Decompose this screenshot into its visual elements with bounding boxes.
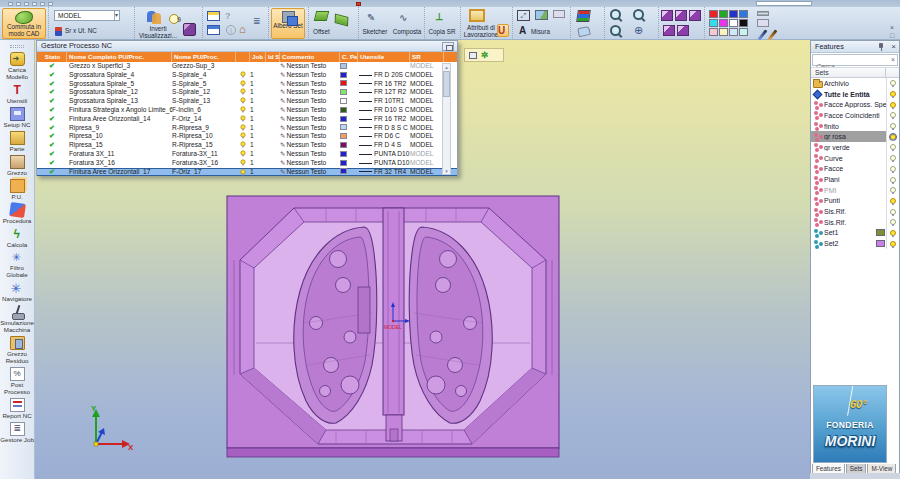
- features-item[interactable]: Archivio: [811, 78, 899, 89]
- pen-color-swatch[interactable]: [340, 124, 347, 130]
- visibility-bulb-icon[interactable]: [240, 142, 245, 147]
- comment-cell[interactable]: ✎Nessun Testo: [280, 159, 340, 168]
- scroll-down-icon[interactable]: ▾: [443, 168, 450, 174]
- process-row[interactable]: ✔ Finitura Strategia x Angolo Limite_6 F…: [37, 106, 457, 115]
- pen-color-swatch[interactable]: [340, 89, 347, 95]
- scrollbar-thumb[interactable]: [443, 71, 450, 97]
- pen-color-swatch[interactable]: [340, 98, 347, 104]
- features-item[interactable]: Sis.Rif.: [811, 206, 899, 217]
- clear-search-icon[interactable]: ×: [891, 56, 895, 63]
- color-swatch[interactable]: [719, 28, 728, 36]
- offset-icon[interactable]: [314, 11, 329, 21]
- image-icon[interactable]: [535, 10, 548, 20]
- sketcher-label[interactable]: Sketcher: [359, 29, 391, 36]
- visibility-bulb-icon[interactable]: [240, 133, 245, 138]
- visibility-bulb-icon[interactable]: [240, 150, 245, 155]
- visibility-bulb-icon[interactable]: [890, 241, 896, 247]
- sidebar-item[interactable]: Grezzo Residuo: [0, 336, 34, 365]
- inverti-label[interactable]: Inverti Visualizzazi...: [136, 26, 180, 40]
- view-cube-icon[interactable]: [661, 10, 673, 21]
- comment-cell[interactable]: ✎Nessun Testo: [280, 150, 340, 159]
- snap-icon[interactable]: ✲: [481, 51, 489, 59]
- view-cube-icon[interactable]: [675, 10, 687, 21]
- col-nome[interactable]: Nome PU/Proc.: [172, 52, 236, 62]
- visibility-bulb-icon[interactable]: [240, 169, 245, 174]
- comment-cell[interactable]: ✎Nessun Testo: [280, 62, 340, 71]
- visibility-bulb-icon[interactable]: [890, 134, 896, 140]
- features-item[interactable]: Punti: [811, 196, 899, 207]
- features-item[interactable]: Facce Appross. Specia...: [811, 99, 899, 110]
- visibility-bulb-icon[interactable]: [890, 209, 896, 215]
- sidebar-item[interactable]: Utensili: [0, 83, 34, 105]
- brush-icon[interactable]: [768, 29, 778, 40]
- color-swatch[interactable]: [729, 10, 738, 18]
- layer-stack-icon[interactable]: [576, 10, 591, 22]
- visibility-bulb-icon[interactable]: [890, 144, 896, 150]
- sidebar-item[interactable]: P.U.: [0, 179, 34, 201]
- color-swatch[interactable]: [719, 19, 728, 27]
- misura-label[interactable]: Misura: [531, 29, 550, 36]
- process-row[interactable]: ✔ Grezzo x Superfici_3 Grezzo-Sup_3 ✎Nes…: [37, 62, 457, 71]
- features-item[interactable]: gr verde: [811, 142, 899, 153]
- visibility-bulb-icon[interactable]: [890, 80, 896, 86]
- features-panel-titlebar[interactable]: Features ×: [811, 41, 899, 53]
- process-row[interactable]: ✔ Foratura 3X_16 Foratura-3X_16 1 ✎Nessu…: [37, 159, 457, 168]
- color-swatch[interactable]: [739, 28, 748, 36]
- col-ids[interactable]: Id S: [266, 52, 280, 62]
- window-blue-icon[interactable]: [207, 25, 220, 35]
- sketcher-icon[interactable]: ✎: [367, 12, 379, 24]
- quick-access-icon[interactable]: [8, 2, 13, 6]
- restore-icon[interactable]: □: [886, 32, 898, 39]
- view-cube-icon[interactable]: [677, 25, 689, 36]
- visibility-bulb-icon[interactable]: [890, 112, 896, 118]
- record-icon[interactable]: [356, 2, 361, 6]
- select-window-icon[interactable]: [469, 52, 477, 59]
- visibility-bulb-icon[interactable]: [240, 124, 245, 129]
- sidebar-item[interactable]: Navigatore: [0, 281, 34, 303]
- color-swatch[interactable]: [729, 28, 738, 36]
- color-swatch[interactable]: [709, 28, 718, 36]
- process-row[interactable]: ✔ Sgrossatura Spirale_4 S-Spirale_4 1 ✎N…: [37, 71, 457, 80]
- pen-color-swatch[interactable]: [340, 63, 347, 69]
- comment-cell[interactable]: ✎Nessun Testo: [280, 132, 340, 141]
- sidebar-item[interactable]: Report NC: [0, 398, 34, 420]
- features-item[interactable]: Set2: [811, 238, 899, 249]
- close-icon[interactable]: ×: [891, 41, 896, 52]
- features-column-header[interactable]: Sets: [811, 67, 899, 78]
- color-swatch[interactable]: [719, 10, 728, 18]
- grid-icon[interactable]: [553, 10, 565, 18]
- comment-cell[interactable]: ✎Nessun Testo: [280, 141, 340, 150]
- sidebar-item[interactable]: Calcola: [0, 227, 34, 249]
- visibility-bulb-icon[interactable]: [890, 177, 896, 183]
- set-color-swatch[interactable]: [876, 240, 885, 247]
- pen-color-swatch[interactable]: [340, 142, 347, 148]
- pen-color-swatch[interactable]: [340, 72, 347, 78]
- sidebar-item[interactable]: Procedura: [0, 203, 34, 225]
- visibility-bulb-icon[interactable]: [890, 155, 896, 161]
- visibility-bulb-icon[interactable]: [240, 159, 245, 164]
- hatch-icon[interactable]: [757, 19, 769, 27]
- comment-cell[interactable]: ✎Nessun Testo: [280, 97, 340, 106]
- info-icon[interactable]: i: [226, 25, 236, 35]
- col-job[interactable]: Job N.: [250, 52, 266, 62]
- comment-cell[interactable]: ✎Nessun Testo: [280, 124, 340, 133]
- quick-access-icon[interactable]: [40, 2, 45, 6]
- process-row[interactable]: ✔ Sgrossatura Spirale_13 S-Spirale_13 1 …: [37, 97, 457, 106]
- col-sr[interactable]: SR: [410, 52, 444, 62]
- features-item[interactable]: Sis.Rif.: [811, 217, 899, 228]
- help-icon[interactable]: ?: [225, 11, 235, 21]
- pen-color-swatch[interactable]: [340, 151, 347, 157]
- comment-cell[interactable]: ✎Nessun Testo: [280, 80, 340, 89]
- copia-sr-label[interactable]: Copia SR: [427, 29, 457, 36]
- features-item[interactable]: finito: [811, 121, 899, 132]
- col-cpenna[interactable]: C. Penna: [340, 52, 358, 62]
- visibility-bulb-icon[interactable]: [890, 166, 896, 172]
- col-utensile[interactable]: Utensile: [358, 52, 410, 62]
- features-item[interactable]: Curve: [811, 153, 899, 164]
- col-commento[interactable]: Commento: [280, 52, 340, 62]
- pen-color-swatch[interactable]: [340, 133, 347, 139]
- process-row[interactable]: ✔ Sgrossatura Spirale_5 S-Spirale_5 1 ✎N…: [37, 80, 457, 89]
- process-row[interactable]: ✔ Foratura 3X_11 Foratura-3X_11 1 ✎Nessu…: [37, 150, 457, 159]
- visibility-bulb-icon[interactable]: [890, 187, 896, 193]
- hand-icon[interactable]: [577, 26, 591, 37]
